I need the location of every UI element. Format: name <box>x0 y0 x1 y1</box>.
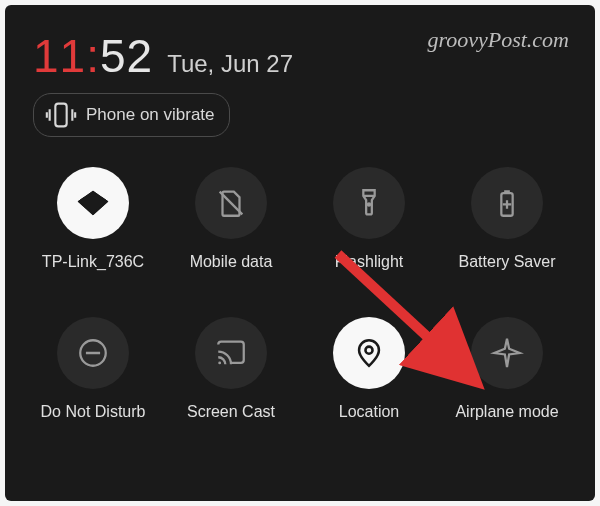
svg-rect-0 <box>55 104 66 127</box>
clock-minute: 52 <box>100 29 153 83</box>
tile-screen-cast[interactable]: Screen Cast <box>171 317 291 421</box>
cast-icon <box>214 336 248 370</box>
date-text: Tue, Jun 27 <box>167 50 293 78</box>
tile-battery-saver[interactable]: Battery Saver <box>447 167 567 271</box>
sim-off-icon <box>214 186 248 220</box>
tile-screen-cast-label: Screen Cast <box>187 403 275 421</box>
tile-flashlight[interactable]: Flashlight <box>309 167 429 271</box>
battery-plus-icon <box>490 186 524 220</box>
vibrate-icon <box>44 98 78 132</box>
ringer-status-chip[interactable]: Phone on vibrate <box>33 93 230 137</box>
tile-wifi-circle <box>57 167 129 239</box>
clock-hour: 11 <box>33 29 86 83</box>
clock: 11 : 52 <box>33 29 153 83</box>
location-pin-icon <box>352 336 386 370</box>
tile-battery-saver-circle <box>471 167 543 239</box>
dnd-icon <box>76 336 110 370</box>
tile-location[interactable]: Location <box>309 317 429 421</box>
quick-settings-grid: TP-Link_736C Mobile data <box>33 167 567 421</box>
flashlight-icon <box>352 186 386 220</box>
notification-shade: groovyPost.com 11 : 52 Tue, Jun 27 Phone… <box>5 5 595 501</box>
wifi-icon <box>76 186 110 220</box>
tile-location-circle <box>333 317 405 389</box>
svg-point-4 <box>218 362 221 365</box>
airplane-icon <box>490 336 524 370</box>
tile-dnd-circle <box>57 317 129 389</box>
tile-wifi-label: TP-Link_736C <box>42 253 144 271</box>
tile-dnd[interactable]: Do Not Disturb <box>33 317 153 421</box>
svg-point-5 <box>365 347 372 354</box>
tile-airplane-mode[interactable]: Airplane mode <box>447 317 567 421</box>
ringer-status-label: Phone on vibrate <box>86 105 215 125</box>
tile-screen-cast-circle <box>195 317 267 389</box>
tile-airplane-mode-circle <box>471 317 543 389</box>
watermark-text: groovyPost.com <box>427 27 569 53</box>
tile-flashlight-label: Flashlight <box>335 253 403 271</box>
tile-wifi[interactable]: TP-Link_736C <box>33 167 153 271</box>
svg-point-1 <box>368 203 370 205</box>
tile-mobile-data-circle <box>195 167 267 239</box>
clock-separator: : <box>86 29 100 83</box>
tile-airplane-mode-label: Airplane mode <box>455 403 558 421</box>
tile-mobile-data-label: Mobile data <box>190 253 273 271</box>
tile-battery-saver-label: Battery Saver <box>459 253 556 271</box>
tile-dnd-label: Do Not Disturb <box>41 403 146 421</box>
tile-location-label: Location <box>339 403 400 421</box>
tile-flashlight-circle <box>333 167 405 239</box>
tile-mobile-data[interactable]: Mobile data <box>171 167 291 271</box>
